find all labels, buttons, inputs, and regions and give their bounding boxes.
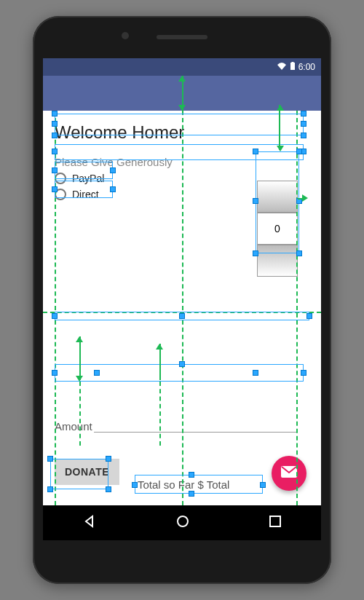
donate-button-label: DONATE <box>65 466 109 478</box>
phone-frame: 6:00 Welcome Homer Please Give Generousl… <box>33 16 331 584</box>
page-title: Welcome Homer <box>55 122 309 143</box>
picker-down[interactable] <box>257 245 298 277</box>
app-content: Welcome Homer Please Give Generously Pay… <box>43 111 321 505</box>
recents-icon[interactable] <box>269 515 282 531</box>
radio-label: Direct <box>72 189 99 200</box>
svg-rect-4 <box>270 516 280 526</box>
picker-up[interactable] <box>257 181 298 213</box>
svg-point-3 <box>178 516 188 526</box>
amount-field-underline[interactable] <box>94 432 298 433</box>
total-label: Total so Far $ Total <box>138 478 229 491</box>
subtitle-label: Please Give Generously <box>55 156 309 168</box>
donate-button[interactable]: DONATE <box>55 459 119 485</box>
svg-rect-1 <box>291 62 293 63</box>
picker-value: 0 <box>257 213 298 245</box>
battery-icon <box>290 62 296 73</box>
wifi-icon <box>277 62 287 73</box>
svg-rect-0 <box>290 63 295 70</box>
mail-icon <box>281 466 297 481</box>
radio-icon <box>55 189 66 200</box>
radio-label: PayPal <box>72 173 104 184</box>
status-bar: 6:00 <box>43 58 321 76</box>
amount-label: Amount <box>55 420 92 433</box>
fab-mail[interactable] <box>272 456 306 491</box>
number-picker[interactable]: 0 <box>257 181 298 277</box>
clock-text: 6:00 <box>298 62 315 72</box>
back-icon[interactable] <box>82 514 97 532</box>
layout-editor-overlay <box>43 111 321 505</box>
app-bar <box>43 76 321 111</box>
android-nav-bar <box>43 505 321 540</box>
home-icon[interactable] <box>175 514 190 532</box>
screen: 6:00 Welcome Homer Please Give Generousl… <box>43 58 321 540</box>
radio-icon <box>55 173 66 184</box>
